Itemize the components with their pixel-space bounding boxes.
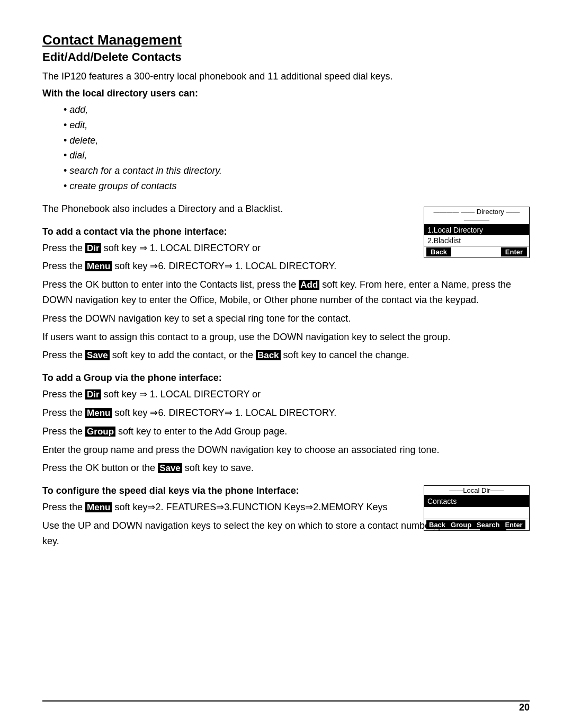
dir-item-local: 1.Local Directory	[424, 225, 529, 235]
list-item: search for a contact in this directory.	[64, 163, 530, 179]
page-title: Contact Management	[42, 32, 530, 48]
local-dir-heading: With the local directory users can:	[42, 88, 530, 99]
localdir-enter-button[interactable]: Enter	[502, 520, 525, 529]
localdir-title-text: Local Dir	[463, 486, 490, 494]
dir-back-button[interactable]: Back	[426, 247, 451, 256]
dir-key-1: Dir	[85, 243, 101, 253]
directory-widget: —— Directory —— 1.Local Directory 2.Blac…	[424, 207, 530, 258]
list-item: delete,	[64, 133, 530, 148]
add-group-line3: Press the Group soft key to enter to the…	[42, 424, 530, 439]
list-item: dial,	[64, 148, 530, 163]
save-key-2: Save	[158, 463, 182, 473]
menu-key-2: Menu	[85, 408, 112, 418]
directory-widget-title: —— Directory ——	[424, 207, 529, 225]
add-group-line1: Press the Dir soft key ⇒ 1. LOCAL DIRECT…	[42, 387, 530, 402]
list-item: edit,	[64, 118, 530, 133]
localdir-search-button[interactable]: Search	[474, 520, 502, 529]
dir-widget-buttons: Back Enter	[424, 246, 529, 258]
page-number: 20	[519, 702, 530, 713]
dir-enter-button[interactable]: Enter	[501, 247, 527, 256]
add-group-heading: To add a Group via the phone interface:	[42, 372, 530, 384]
add-key: Add	[299, 280, 319, 290]
page-bottom-rule	[42, 700, 530, 702]
dir-title-text: Directory	[477, 208, 504, 216]
group-key: Group	[85, 427, 115, 437]
add-group-line2: Press the Menu soft key ⇒6. DIRECTORY⇒ 1…	[42, 405, 530, 421]
localdir-back-button[interactable]: Back	[426, 520, 448, 529]
add-group-line4: Enter the group name and press the DOWN …	[42, 442, 530, 458]
localdir-widget-title: ——Local Dir——	[424, 486, 529, 495]
section-subtitle: Edit/Add/Delete Contacts	[42, 50, 530, 64]
localdir-widget: ——Local Dir—— Contacts Back Group Search…	[424, 485, 530, 531]
localdir-widget-buttons: Back Group Search Enter	[424, 519, 529, 530]
add-contact-line6: Press the Save soft key to add the conta…	[42, 348, 530, 363]
add-contact-line2: Press the Menu soft key ⇒6. DIRECTORY⇒ 1…	[42, 259, 530, 274]
add-contact-line5: If users want to assign this contact to …	[42, 330, 530, 345]
add-contact-line4: Press the DOWN navigation key to set a s…	[42, 311, 530, 326]
localdir-group-button[interactable]: Group	[448, 520, 474, 529]
menu-key-1: Menu	[85, 261, 112, 271]
add-group-section: To add a Group via the phone interface: …	[42, 372, 530, 476]
dir-item-blacklist: 2.Blacklist	[424, 235, 529, 246]
localdir-empty-row	[424, 507, 529, 519]
dir-key-2: Dir	[85, 389, 101, 399]
add-contact-line3: Press the OK button to enter into the Co…	[42, 277, 530, 308]
menu-key-3: Menu	[85, 502, 112, 512]
save-key-1: Save	[85, 350, 110, 360]
capability-list: add, edit, delete, dial, search for a co…	[64, 102, 530, 194]
list-item: add,	[64, 102, 530, 118]
add-group-line5: Press the OK button or the Save soft key…	[42, 460, 530, 476]
intro-line1: The IP120 features a 300-entry local pho…	[42, 69, 530, 84]
localdir-item-contacts: Contacts	[424, 495, 529, 507]
list-item: create groups of contacts	[64, 179, 530, 194]
back-key-1: Back	[256, 350, 281, 360]
